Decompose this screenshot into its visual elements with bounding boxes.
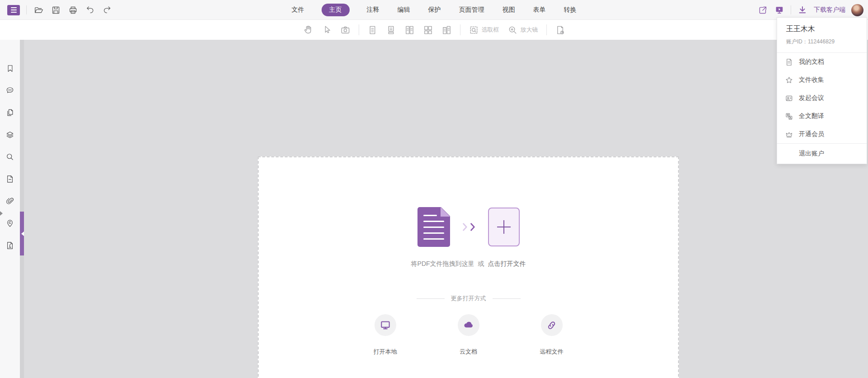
pdf-app-window: 文件 主页 注释 编辑 保护 页面管理 视图 表单 转换 (0, 0, 868, 378)
meeting-icon (785, 94, 793, 102)
dropzone-hint-text: 将PDF文件拖拽到这里 或 点击打开文件 (259, 260, 678, 268)
sidebar-destinations-button[interactable] (5, 218, 15, 228)
presentation-icon (774, 5, 784, 15)
facing-view-button[interactable] (404, 25, 415, 35)
page-summary-icon (5, 175, 14, 184)
hand-icon (303, 24, 314, 35)
upgrade-membership-item[interactable]: 开通会员 (777, 125, 867, 143)
remote-file-label: 远程文件 (540, 348, 564, 356)
sidebar-comments-button[interactable] (5, 85, 15, 95)
facing-pages-icon (404, 25, 415, 35)
paperclip-icon (5, 197, 14, 206)
pdf-dropzone[interactable]: 将PDF文件拖拽到这里 或 点击打开文件 更多打开方式 打开本地 (258, 156, 679, 378)
presentation-button[interactable] (774, 5, 785, 15)
panel-expand-arrow[interactable] (0, 211, 3, 216)
sidebar-layers-button[interactable] (5, 130, 15, 140)
menu-tab-edit[interactable]: 编辑 (397, 4, 411, 16)
sidebar-attachments-button[interactable] (5, 196, 15, 206)
menu-tab-form[interactable]: 表单 (532, 4, 547, 16)
add-file-button[interactable] (488, 208, 520, 246)
menu-tab-page-manage[interactable]: 页面管理 (458, 4, 485, 16)
sidebar-search-button[interactable] (5, 152, 15, 162)
download-icon (798, 5, 807, 14)
remote-file-option[interactable]: 远程文件 (525, 314, 579, 356)
document-info-icon (555, 25, 565, 35)
menu-tab-home[interactable]: 主页 (322, 4, 350, 16)
menubar: 文件 主页 注释 编辑 保护 页面管理 视图 表单 转换 (0, 0, 868, 20)
start-meeting-label: 发起会议 (799, 94, 824, 102)
magnifier-button[interactable]: 放大镜 (508, 25, 538, 35)
snapshot-button[interactable] (340, 25, 351, 35)
download-client-button[interactable] (797, 5, 808, 15)
navigation-sidebar (0, 40, 20, 378)
search-icon (5, 152, 14, 161)
translate-icon (785, 113, 793, 120)
divider (546, 24, 547, 35)
marquee-zoom-button[interactable]: 选取框 (469, 25, 499, 35)
split-pages-icon (441, 25, 452, 35)
single-page-view-button[interactable] (367, 25, 378, 35)
account-username: 王王木木 (786, 24, 867, 34)
cloud-icon (462, 319, 475, 331)
open-local-label: 打开本地 (374, 348, 397, 356)
full-translation-item[interactable]: 全文翻译 (777, 107, 867, 125)
open-local-option[interactable]: 打开本地 (358, 314, 413, 356)
open-file-link[interactable]: 点击打开文件 (488, 260, 526, 267)
menu-tab-comment[interactable]: 注释 (366, 4, 380, 16)
menu-tab-protect[interactable]: 保护 (427, 4, 442, 16)
signature-document-icon (5, 241, 14, 250)
link-icon (546, 320, 557, 331)
sidebar-thumbnails-button[interactable] (5, 174, 15, 184)
layers-icon (5, 130, 14, 139)
more-ways-divider: 更多打开方式 (259, 294, 678, 302)
download-client-label[interactable]: 下载客户端 (814, 6, 845, 14)
bookmark-icon (6, 64, 14, 73)
camera-icon (340, 25, 351, 35)
divider (460, 24, 460, 35)
document-info-button[interactable] (555, 25, 565, 35)
menu-tab-file[interactable]: 文件 (291, 4, 305, 16)
select-tool-button[interactable] (322, 25, 332, 35)
full-translation-label: 全文翻译 (799, 112, 824, 120)
top-menu-bar: 文件 主页 注释 编辑 保护 页面管理 视图 表单 转换 (0, 0, 868, 20)
single-page-icon (367, 25, 378, 35)
sidebar-bookmarks-button[interactable] (5, 63, 15, 73)
more-ways-label: 更多打开方式 (451, 294, 486, 302)
crown-icon (785, 131, 793, 138)
magnifier-plus-icon (508, 25, 518, 35)
document-icon (785, 58, 793, 66)
dropzone-illustration (259, 207, 678, 247)
facing-continuous-icon (423, 25, 433, 35)
cursor-icon (322, 25, 332, 35)
drag-hint: 将PDF文件拖拽到这里 (411, 260, 474, 267)
user-avatar[interactable] (851, 4, 863, 16)
file-collection-item[interactable]: 文件收集 (777, 71, 867, 89)
tools-toolbar: 选取框 放大镜 (0, 20, 868, 40)
document-canvas: 将PDF文件拖拽到这里 或 点击打开文件 更多打开方式 打开本地 (24, 40, 868, 378)
split-view-button[interactable] (441, 25, 452, 35)
sidebar-signatures-button[interactable] (5, 241, 15, 250)
facing-continuous-view-button[interactable] (423, 25, 433, 35)
share-icon (758, 5, 768, 15)
account-dropdown: 王王木木 账户ID：112446829 我的文档 文件收集 发起会议 (777, 17, 867, 164)
file-collection-label: 文件收集 (799, 76, 824, 84)
start-meeting-item[interactable]: 发起会议 (777, 89, 867, 107)
cloud-docs-option[interactable]: 云文档 (441, 314, 496, 356)
divider (359, 24, 359, 35)
logout-button[interactable]: 退出账户 (777, 144, 867, 164)
divider (791, 5, 791, 14)
sidebar-pages-button[interactable] (5, 108, 15, 118)
pdf-document-graphic (417, 207, 450, 247)
marquee-zoom-icon (469, 25, 479, 35)
star-icon (785, 76, 793, 84)
hand-tool-button[interactable] (303, 24, 314, 35)
my-documents-item[interactable]: 我的文档 (777, 53, 867, 71)
menu-tab-view[interactable]: 视图 (502, 4, 516, 16)
continuous-page-icon (386, 25, 396, 35)
location-pin-icon (5, 219, 14, 228)
continuous-view-button[interactable] (386, 25, 396, 35)
marquee-zoom-label: 选取框 (482, 26, 499, 34)
menu-tab-convert[interactable]: 转换 (563, 4, 578, 16)
share-button[interactable] (757, 5, 768, 15)
panel-collapse-handle[interactable] (20, 212, 24, 255)
